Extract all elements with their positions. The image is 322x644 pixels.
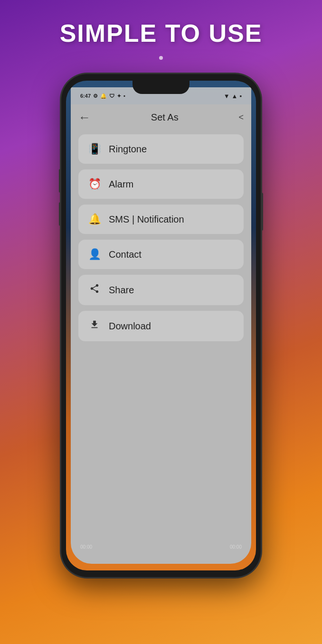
wifi-icon: ▼ bbox=[224, 93, 230, 100]
app-content: ← Set As < 📳 Ringtone ⏰ Alarm 🔔 SMS | No… bbox=[71, 104, 251, 564]
share-top-icon[interactable]: < bbox=[238, 112, 244, 122]
dot-indicator bbox=[159, 56, 163, 60]
share-menu-item[interactable]: Share bbox=[78, 275, 244, 305]
status-right: ▼ ▲ ▪ bbox=[224, 93, 242, 100]
sms-notification-menu-item[interactable]: 🔔 SMS | Notification bbox=[78, 205, 244, 234]
status-left: 6:47 ⚙ 🔔 🛡 ✦ • bbox=[80, 93, 125, 99]
share-label: Share bbox=[109, 285, 134, 296]
bottom-time-bar: 00:00 00:00 bbox=[71, 544, 251, 550]
sms-notification-label: SMS | Notification bbox=[109, 214, 184, 225]
download-label: Download bbox=[109, 321, 151, 332]
ringtone-label: Ringtone bbox=[109, 144, 147, 155]
page-header: SIMPLE TO USE bbox=[60, 19, 263, 47]
contact-icon: 👤 bbox=[88, 248, 101, 261]
dot-status-icon: • bbox=[123, 93, 125, 99]
contact-label: Contact bbox=[109, 249, 142, 260]
phone-mockup: ♪ ♫ ♩ ♬ 🌿 6:47 ⚙ 🔔 🛡 ✦ • ▼ ▲ ▪ bbox=[61, 74, 261, 577]
download-icon bbox=[88, 319, 101, 333]
notification-bell-icon: 🔔 bbox=[100, 93, 107, 99]
download-menu-item[interactable]: Download bbox=[78, 311, 244, 341]
shield-icon: 🛡 bbox=[109, 93, 114, 99]
phone-screen: ♪ ♫ ♩ ♬ 🌿 6:47 ⚙ 🔔 🛡 ✦ • ▼ ▲ ▪ bbox=[66, 81, 256, 570]
power-button bbox=[261, 193, 263, 231]
alarm-icon: ⏰ bbox=[88, 178, 101, 190]
contact-menu-item[interactable]: 👤 Contact bbox=[78, 240, 244, 269]
bluetooth-icon: ✦ bbox=[117, 93, 121, 99]
volume-down-button bbox=[59, 202, 61, 226]
settings-icon: ⚙ bbox=[93, 93, 98, 99]
battery-icon: ▪ bbox=[239, 93, 242, 100]
alarm-menu-item[interactable]: ⏰ Alarm bbox=[78, 169, 244, 199]
time-right: 00:00 bbox=[230, 544, 242, 550]
ringtone-icon: 📳 bbox=[88, 143, 101, 155]
volume-up-button bbox=[59, 169, 61, 193]
time-left: 00:00 bbox=[80, 544, 92, 550]
signal-icon: ▲ bbox=[232, 93, 238, 100]
screen-title: Set As bbox=[151, 112, 179, 123]
app-top-bar: ← Set As < bbox=[71, 104, 251, 131]
sms-notification-icon: 🔔 bbox=[88, 213, 101, 225]
ringtone-menu-item[interactable]: 📳 Ringtone bbox=[78, 134, 244, 164]
back-button[interactable]: ← bbox=[78, 110, 91, 125]
menu-list: 📳 Ringtone ⏰ Alarm 🔔 SMS | Notification … bbox=[71, 131, 251, 345]
status-time: 6:47 bbox=[80, 93, 91, 99]
phone-notch bbox=[133, 81, 189, 94]
alarm-label: Alarm bbox=[109, 179, 133, 190]
share-icon bbox=[88, 283, 101, 297]
